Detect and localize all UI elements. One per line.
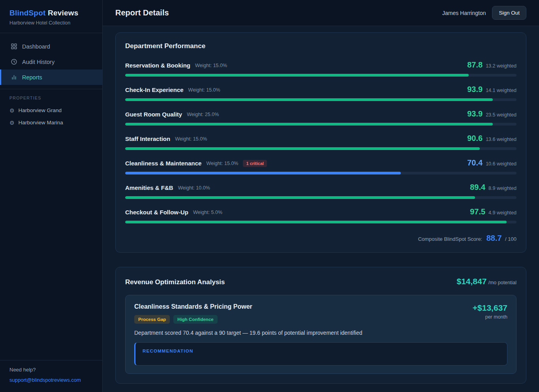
opportunity-title: Cleanliness Standards & Pricing Power (134, 303, 252, 310)
opportunity-card: Cleanliness Standards & Pricing Power Pr… (125, 295, 516, 374)
department-weight: Weight: 15.0% (195, 63, 227, 68)
property-label: Harborview Marina (19, 120, 63, 126)
revenue-potential-amount: $14,847 (457, 277, 487, 286)
department-score: 89.4 (470, 183, 485, 192)
brand-name: BlindSpot Reviews (9, 9, 93, 17)
composite-score-value: 88.7 (486, 234, 502, 242)
opportunity-amount-block: +$13,637 per month (473, 303, 507, 320)
opportunity-amount-suffix: per month (473, 314, 507, 320)
sidebar-item-label: Reports (22, 74, 42, 81)
composite-score-label: Composite BlindSpot Score: (418, 236, 483, 242)
brand-rest: Reviews (46, 9, 79, 17)
department-row: Reservation & Booking Weight: 15.0% 87.8… (125, 60, 516, 77)
user-name: James Harrington (442, 10, 486, 16)
department-name: Cleanliness & Maintenance (125, 160, 201, 167)
progress-bar (125, 196, 516, 199)
department-name: Amenities & F&B (125, 184, 173, 191)
content-area: Department Performance Reservation & Boo… (103, 26, 539, 392)
department-row: Check-In Experience Weight: 15.0% 93.9 1… (125, 85, 516, 101)
department-weight: Weight: 15.0% (175, 136, 207, 142)
opportunity-description: Department scored 70.4 against a 90 targ… (134, 330, 507, 336)
grid-icon (11, 43, 17, 50)
progress-bar (125, 98, 516, 101)
progress-bar-fill (125, 221, 507, 223)
department-weight: Weight: 15.0% (206, 161, 238, 166)
main-area: Report Details James Harrington Sign Out… (103, 0, 539, 392)
app-root: BlindSpot Reviews Harborview Hotel Colle… (0, 0, 539, 392)
department-weight: Weight: 25.0% (187, 112, 219, 117)
opportunity-badges: Process Gap High Confidence (134, 315, 252, 324)
brand: BlindSpot Reviews Harborview Hotel Colle… (0, 0, 102, 33)
revenue-optimization-card: Revenue Optimization Analysis $14,847 /m… (115, 267, 526, 384)
sidebar-item-label: Audit History (22, 59, 54, 65)
sidebar-item-audit-history[interactable]: Audit History (0, 54, 102, 69)
progress-bar-fill (125, 196, 475, 199)
support-email-link[interactable]: support@blindspotreviews.com (9, 377, 81, 383)
department-name: Guest Room Quality (125, 111, 182, 118)
department-weighted: 8.9 weighted (488, 186, 516, 191)
composite-score-suffix: / 100 (505, 236, 516, 242)
sidebar-item-harborview-grand[interactable]: ⚙ Harborview Grand (0, 104, 102, 116)
page-title: Report Details (115, 8, 169, 17)
department-score: 93.9 (467, 109, 483, 118)
department-score: 93.9 (467, 85, 483, 94)
composite-score-row: Composite BlindSpot Score: 88.7 / 100 (125, 234, 516, 243)
department-weighted: 23.5 weighted (486, 112, 516, 118)
department-name: Staff Interaction (125, 135, 170, 142)
properties-section: PROPERTIES ⚙ Harborview Grand ⚙ Harborvi… (0, 89, 102, 133)
sidebar-nav: Dashboard Audit History Reports (0, 33, 102, 89)
progress-bar (125, 74, 516, 77)
progress-bar-fill (125, 74, 469, 77)
department-name: Checkout & Follow-Up (125, 209, 188, 216)
recommendation-label: RECOMMENDATION (143, 349, 500, 353)
revenue-potential-suffix: /mo potential (488, 280, 516, 285)
revenue-potential: $14,847 /mo potential (457, 277, 517, 286)
property-label: Harborview Grand (19, 107, 62, 113)
sidebar-item-harborview-marina[interactable]: ⚙ Harborview Marina (0, 116, 102, 129)
department-performance-card: Department Performance Reservation & Boo… (115, 32, 526, 253)
sidebar-spacer (0, 133, 102, 360)
clock-icon (11, 58, 17, 65)
gear-icon: ⚙ (9, 108, 15, 113)
bar-chart-icon (11, 74, 17, 81)
department-weighted: 4.9 weighted (488, 210, 516, 216)
department-row: Amenities & F&B Weight: 10.0% 89.4 8.9 w… (125, 183, 516, 199)
department-weighted: 13.2 weighted (486, 63, 516, 69)
sidebar-item-reports[interactable]: Reports (0, 69, 102, 85)
department-row: Cleanliness & Maintenance Weight: 15.0% … (125, 158, 516, 174)
need-help-text: Need help? (9, 367, 93, 373)
critical-badge: 1 critical (243, 160, 267, 167)
recommendation-box: RECOMMENDATION (134, 342, 507, 366)
opportunity-amount: +$13,637 (473, 303, 507, 313)
brand-accent: BlindSpot (9, 9, 46, 17)
department-row: Checkout & Follow-Up Weight: 5.0% 97.5 4… (125, 207, 516, 223)
high-confidence-badge: High Confidence (173, 315, 217, 324)
progress-bar-fill (125, 123, 493, 126)
department-score: 90.6 (467, 134, 483, 143)
department-name: Reservation & Booking (125, 62, 190, 69)
department-weight: Weight: 15.0% (188, 87, 220, 93)
sidebar-item-dashboard[interactable]: Dashboard (0, 39, 102, 54)
sidebar: BlindSpot Reviews Harborview Hotel Colle… (0, 0, 103, 392)
department-weighted: 13.6 weighted (486, 137, 516, 142)
progress-bar-fill (125, 147, 480, 150)
progress-bar (125, 221, 516, 223)
progress-bar (125, 172, 516, 174)
department-weight: Weight: 5.0% (193, 210, 222, 215)
department-weighted: 10.6 weighted (486, 161, 516, 167)
card-title: Revenue Optimization Analysis (125, 278, 225, 286)
properties-section-label: PROPERTIES (0, 96, 102, 104)
sidebar-footer: Need help? support@blindspotreviews.com (0, 360, 102, 392)
process-gap-badge: Process Gap (134, 315, 170, 324)
progress-bar-fill (125, 98, 493, 101)
department-weight: Weight: 10.0% (178, 185, 210, 191)
top-header: Report Details James Harrington Sign Out (103, 0, 539, 26)
sign-out-button[interactable]: Sign Out (492, 6, 526, 20)
department-weighted: 14.1 weighted (486, 88, 516, 93)
progress-bar-fill (125, 172, 401, 174)
sidebar-item-label: Dashboard (22, 43, 50, 50)
department-score: 70.4 (467, 158, 483, 167)
gear-icon: ⚙ (9, 120, 15, 126)
card-title: Department Performance (125, 42, 516, 50)
revenue-card-header: Revenue Optimization Analysis $14,847 /m… (125, 277, 516, 286)
